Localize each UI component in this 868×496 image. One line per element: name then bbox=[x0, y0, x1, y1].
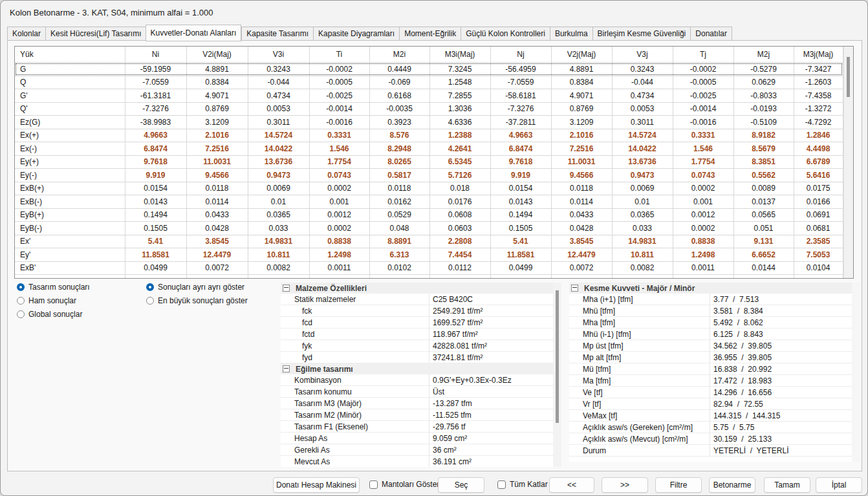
column-header-v2i-maj[interactable]: V2i(Maj) bbox=[186, 47, 248, 63]
value-cell: 0.0428 bbox=[186, 222, 248, 235]
column-header-ti[interactable]: Ti bbox=[309, 47, 369, 63]
mantolari-goster-checkbox[interactable]: Mantoları Göster bbox=[369, 480, 439, 489]
property-row-a-kl-k-asw-s-mevcut-cm-m: Açıklık asw/s (Mevcut) [cm²/m]30.159 / 2… bbox=[569, 433, 852, 445]
iptal-button[interactable]: İptal bbox=[816, 477, 862, 493]
value-cell: 0.0603 bbox=[429, 222, 490, 235]
value-cell: 11.8581 bbox=[490, 248, 551, 262]
tab-kesit-h-cresi-lif-tasar-m[interactable]: Kesit Hücresi(Lif) Tasarımı bbox=[45, 27, 146, 41]
donati-hesap-makinesi-button[interactable]: Donatı Hesap Makinesi bbox=[273, 477, 360, 493]
property-label: fctd bbox=[281, 329, 429, 340]
column-header-tj[interactable]: Tj bbox=[673, 47, 733, 63]
value-cell: 7.2516 bbox=[551, 142, 612, 156]
column-header-m2j[interactable]: M2j bbox=[733, 47, 794, 63]
table-row-ez-g[interactable]: Ez(G)-38.99833.12090.3011-0.00160.39234.… bbox=[15, 116, 843, 129]
value-cell: -0.044 bbox=[248, 76, 309, 89]
value-cell: 0.0144 bbox=[733, 261, 794, 275]
column-header-y-k[interactable]: Yük bbox=[15, 47, 125, 63]
property-value: 5.492 / 8.062 bbox=[710, 317, 852, 328]
value-cell: 0.0082 bbox=[248, 261, 309, 275]
table-row-ex[interactable]: Ex'5.413.854514.98310.88388.88912.28085.… bbox=[15, 235, 843, 248]
value-cell: 0.0012 bbox=[673, 275, 733, 279]
column-header-nj[interactable]: Nj bbox=[490, 47, 551, 63]
button-label: << bbox=[567, 480, 576, 490]
column-header-v3j[interactable]: V3j bbox=[612, 47, 673, 63]
radio-option-ham-sonu-lar[interactable]: Ham sonuçlar bbox=[17, 296, 90, 305]
table-row-ex[interactable]: Ex(-)6.84747.251614.04221.5468.29484.264… bbox=[15, 142, 843, 156]
collapse-icon[interactable] bbox=[571, 285, 578, 292]
value-cell: -0.0025 bbox=[309, 89, 369, 103]
property-row-fctd: fctd118.967 tf/m² bbox=[281, 329, 553, 340]
property-value: 3.77 / 7.513 bbox=[710, 294, 852, 305]
value-cell: 0.001 bbox=[673, 195, 733, 209]
tum-katlar-checkbox[interactable]: Tüm Katlar bbox=[497, 480, 548, 489]
table-row-ey[interactable]: Ey'11.858112.447910.8111.24986.3137.4454… bbox=[15, 248, 843, 262]
table-row-exb[interactable]: ExB'0.04990.00720.00820.00110.01020.0112… bbox=[15, 261, 843, 275]
radio-label: En büyük sonuçları göster bbox=[158, 296, 248, 305]
value-cell: 1.2388 bbox=[429, 129, 490, 142]
column-header-m3i-maj[interactable]: M3i(Maj) bbox=[429, 47, 490, 63]
tab-g-l-kolon-kontrolleri[interactable]: Güçlü Kolon Kontrolleri bbox=[461, 27, 550, 41]
collapse-icon[interactable] bbox=[283, 365, 290, 372]
tab-moment-e-rilik[interactable]: Moment-Eğrilik bbox=[399, 27, 461, 41]
tab-kapasite-diyagramlar[interactable]: Kapasite Diyagramları bbox=[313, 27, 399, 41]
table-row-eyb[interactable]: EyB(+)0.14940.04330.03650.00120.05290.06… bbox=[15, 208, 843, 222]
column-header-m3j-maj[interactable]: M3j(Maj) bbox=[794, 47, 843, 63]
tab-donat-lar[interactable]: Donatılar bbox=[690, 27, 732, 41]
tab-kapasite-tasar-m[interactable]: Kapasite Tasarımı bbox=[241, 27, 313, 41]
property-value: 5.75 / 5.75 bbox=[710, 422, 852, 433]
tamam-button[interactable]: Tamam bbox=[764, 477, 810, 493]
table-row-eyb[interactable]: EyB'0.36010.11340.0770.00120.11170.16130… bbox=[15, 275, 843, 279]
table-row-ey[interactable]: Ey(-)9.9199.45660.94730.07430.58175.7126… bbox=[15, 169, 843, 182]
table-row-exb[interactable]: ExB(-)0.01430.01140.010.0010.01620.01760… bbox=[15, 195, 843, 209]
shear-panel-scrollbar[interactable] bbox=[852, 283, 860, 462]
value-cell: 11.0031 bbox=[186, 155, 248, 169]
radio-option-global-sonu-lar[interactable]: Global sonuçlar bbox=[17, 310, 90, 319]
tab-birle-im-kesme-g-venli-i[interactable]: Birleşim Kesme Güvenliği bbox=[592, 27, 691, 41]
section-title: Malzeme Özellikleri bbox=[296, 284, 367, 293]
material-panel-scrollbar[interactable] bbox=[553, 283, 561, 467]
property-row-mha-i-1-tfm: Mha (i+1) [tfm]3.77 / 7.513 bbox=[569, 294, 852, 305]
table-row-g[interactable]: G-59.19594.88910.3243-0.00020.44497.3245… bbox=[15, 63, 843, 76]
tab-burkulma[interactable]: Burkulma bbox=[550, 27, 592, 41]
table-vertical-scrollbar[interactable] bbox=[843, 47, 854, 278]
value-cell: -0.0016 bbox=[673, 116, 733, 129]
value-cell: 0.0118 bbox=[369, 182, 429, 195]
column-header-v2j-maj[interactable]: V2j(Maj) bbox=[551, 47, 612, 63]
material-scrollbar-thumb[interactable] bbox=[556, 290, 559, 423]
value-cell: 14.0422 bbox=[612, 142, 673, 156]
table-row-q[interactable]: Q'-7.32760.87690.0053-0.0014-0.00351.303… bbox=[15, 102, 843, 116]
betonarme-button[interactable]: Betonarme bbox=[709, 477, 755, 493]
button-label: İptal bbox=[832, 480, 847, 490]
tab-kuvvetler-donat-alanlar[interactable]: Kuvvetler-Donatı Alanları bbox=[146, 25, 242, 41]
radio-option-en-b-y-k-sonu-lar-g-ster[interactable]: En büyük sonuçları göster bbox=[146, 296, 248, 305]
value-cell: 0.0143 bbox=[125, 195, 186, 209]
radio-option-sonu-lar-ayr-ayr-g-ster[interactable]: Sonuçları ayrı ayrı göster bbox=[146, 283, 248, 292]
title-bar[interactable]: Kolon Betonarme - 3. KAT, S04, minimum a… bbox=[1, 1, 867, 24]
next-button[interactable]: >> bbox=[602, 477, 648, 493]
property-value: 2549.291 tf/m² bbox=[429, 305, 553, 316]
table-scrollbar-thumb[interactable] bbox=[847, 57, 850, 97]
property-value: 9.059 cm² bbox=[429, 433, 553, 444]
value-cell: 0.1787 bbox=[794, 275, 843, 279]
value-cell: 7.3245 bbox=[429, 63, 490, 76]
table-row-q[interactable]: Q-7.05590.8384-0.044-0.0005-0.0691.2548-… bbox=[15, 76, 843, 89]
previous-button[interactable]: << bbox=[549, 477, 594, 493]
table-row-ex[interactable]: Ex(+)4.96632.101614.57240.33318.5761.238… bbox=[15, 129, 843, 142]
column-header-v3i[interactable]: V3i bbox=[248, 47, 309, 63]
column-header-ni[interactable]: Ni bbox=[125, 47, 186, 63]
column-header-m2i[interactable]: M2i bbox=[369, 47, 429, 63]
table-row-g[interactable]: G'-61.31814.90710.4734-0.00250.61687.285… bbox=[15, 89, 843, 103]
value-cell: 2.1016 bbox=[551, 129, 612, 142]
table-row-eyb[interactable]: EyB(-)0.15050.04280.0330.00020.0480.0603… bbox=[15, 222, 843, 235]
table-row-ey[interactable]: Ey(+)9.761811.003113.67361.77548.02656.5… bbox=[15, 155, 843, 169]
value-cell: 0.4734 bbox=[612, 89, 673, 103]
table-row-exb[interactable]: ExB(+)0.01540.01180.00690.00020.01180.01… bbox=[15, 182, 843, 195]
sec-button[interactable]: Seç bbox=[438, 477, 484, 493]
filtre-button[interactable]: Filtre bbox=[655, 477, 702, 493]
property-row-m-tfm: Mü [tfm]16.838 / 20.992 bbox=[569, 363, 852, 375]
radio-option-tasar-m-sonu-lar[interactable]: Tasarım sonuçları bbox=[17, 283, 90, 292]
property-label: VeMax [tf] bbox=[569, 410, 710, 421]
collapse-icon[interactable] bbox=[283, 285, 290, 292]
value-cell: 0.0499 bbox=[125, 261, 186, 275]
tab-kolonlar[interactable]: Kolonlar bbox=[7, 27, 45, 41]
